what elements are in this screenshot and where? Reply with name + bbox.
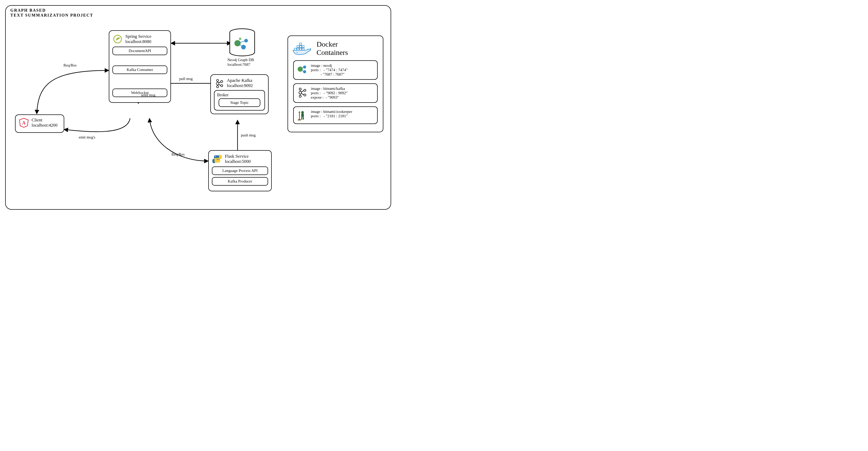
svg-point-18 xyxy=(221,85,223,87)
kafka-producer-pill: Kafka Producer xyxy=(212,177,268,186)
svg-point-15 xyxy=(216,82,219,85)
websocket-pill: WebSocket xyxy=(113,89,167,97)
docker-zookeeper-text: image : bitnami/zookeeper ports : - "218… xyxy=(311,109,352,118)
svg-point-34 xyxy=(298,67,303,72)
edge-pull-msg: pull msg xyxy=(179,77,193,81)
stage-topic-pill: Stage Topic xyxy=(219,98,260,107)
edge-req-res-bottom: Req/Res xyxy=(172,152,185,157)
svg-point-7 xyxy=(244,39,248,42)
broker-box: Broker Stage Topic xyxy=(214,90,265,110)
kafka-consumer-pill: Kafka Consumer xyxy=(113,65,167,74)
svg-point-24 xyxy=(218,161,219,162)
flask-addr: localhost:5000 xyxy=(225,159,251,164)
svg-rect-49 xyxy=(301,114,304,117)
spring-title: Spring Service localhost:8080 xyxy=(125,34,152,44)
spring-name: Spring Service xyxy=(125,34,152,39)
svg-point-6 xyxy=(241,45,246,50)
edge-send-msg: send msg xyxy=(141,93,155,97)
svg-rect-31 xyxy=(302,45,304,47)
svg-point-41 xyxy=(299,95,301,97)
diagram-title: GRAPH BASED TEXT SUMMARIZATION PROJECT xyxy=(10,8,93,18)
svg-line-46 xyxy=(301,91,304,92)
svg-rect-28 xyxy=(302,48,304,50)
diagram-frame: GRAPH BASED TEXT SUMMARIZATION PROJECT xyxy=(5,5,391,210)
edge-emit-msgs: emit msg's xyxy=(79,135,95,139)
neo4j-icon xyxy=(296,63,308,75)
spring-addr: localhost:8080 xyxy=(125,39,151,44)
docker-neo4j-text: image : neo4j ports : - "7474 : 7474" - … xyxy=(311,63,348,77)
svg-rect-30 xyxy=(300,45,302,47)
docker-title: DockerContainers xyxy=(316,40,348,57)
svg-point-16 xyxy=(217,86,219,88)
spring-icon xyxy=(113,34,123,44)
edge-req-res-top: Req/Res xyxy=(63,63,77,68)
svg-point-8 xyxy=(239,37,241,40)
broker-label: Broker xyxy=(217,93,262,97)
svg-point-40 xyxy=(299,91,302,94)
title-line-1: GRAPH BASED xyxy=(10,8,46,12)
docker-panel: DockerContainers image : neo4j ports : -… xyxy=(287,35,383,132)
docker-kafka-text: image : bitnami/kafka ports : - "9092 : … xyxy=(311,87,348,100)
spring-box: Spring Service localhost:8080 DocumentAP… xyxy=(109,30,171,103)
svg-line-22 xyxy=(219,85,221,86)
kafka-name: Apache Kafka xyxy=(227,78,252,83)
docker-item-kafka: image : bitnami/kafka ports : - "9092 : … xyxy=(293,84,378,103)
svg-point-4 xyxy=(230,29,255,36)
svg-point-14 xyxy=(217,79,219,82)
svg-rect-29 xyxy=(297,45,299,47)
zookeeper-icon xyxy=(296,109,308,121)
flask-title: Flask Service localhost:5000 xyxy=(225,154,251,164)
kafka-addr: localhost:9092 xyxy=(227,83,253,88)
svg-rect-26 xyxy=(297,48,299,50)
svg-rect-32 xyxy=(300,43,302,45)
kafka-icon xyxy=(214,78,224,88)
client-box: A Client localhost:4200 xyxy=(15,115,64,133)
svg-point-17 xyxy=(221,80,223,83)
neo4j-name: Neo4j Graph DB xyxy=(227,58,254,62)
client-addr: localhost:4200 xyxy=(32,123,58,128)
kafka-small-icon xyxy=(296,87,308,98)
svg-rect-50 xyxy=(301,117,302,120)
title-line-2: TEXT SUMMARIZATION PROJECT xyxy=(10,13,93,18)
edge-push-msg: push msg xyxy=(241,133,256,137)
svg-point-48 xyxy=(301,111,304,114)
svg-line-21 xyxy=(219,82,221,83)
neo4j-label: Neo4j Graph DB localhost:7687 xyxy=(227,58,254,67)
kafka-title: Apache Kafka localhost:9092 xyxy=(227,78,253,89)
svg-point-5 xyxy=(235,40,241,46)
docker-item-zookeeper: image : bitnami/zookeeper ports : - "218… xyxy=(293,106,378,124)
client-title: Client localhost:4200 xyxy=(32,118,58,128)
neo4j-addr: localhost:7687 xyxy=(227,62,250,67)
svg-line-47 xyxy=(301,93,304,95)
angular-icon: A xyxy=(19,118,29,128)
kafka-box: Apache Kafka localhost:9092 Broker Stage… xyxy=(210,74,269,114)
svg-point-23 xyxy=(215,156,216,157)
flask-name: Flask Service xyxy=(225,154,249,159)
svg-rect-51 xyxy=(303,117,304,120)
svg-rect-53 xyxy=(298,119,301,120)
svg-rect-27 xyxy=(300,48,302,50)
svg-line-9 xyxy=(238,43,244,47)
flask-box: Flask Service localhost:5000 Language Pr… xyxy=(208,150,272,191)
python-icon xyxy=(212,154,222,164)
svg-point-39 xyxy=(299,88,301,90)
docker-icon xyxy=(292,41,312,56)
svg-line-10 xyxy=(238,41,246,43)
client-name: Client xyxy=(32,118,42,123)
svg-point-42 xyxy=(304,89,306,91)
svg-rect-25 xyxy=(294,48,297,50)
svg-text:A: A xyxy=(22,120,26,126)
svg-point-43 xyxy=(304,94,306,96)
docker-item-neo4j: image : neo4j ports : - "7474 : 7474" - … xyxy=(293,60,378,80)
document-api-pill: DocumentAPI xyxy=(113,46,167,55)
lang-api-pill: Language Process API xyxy=(212,166,268,175)
svg-point-33 xyxy=(297,52,298,53)
